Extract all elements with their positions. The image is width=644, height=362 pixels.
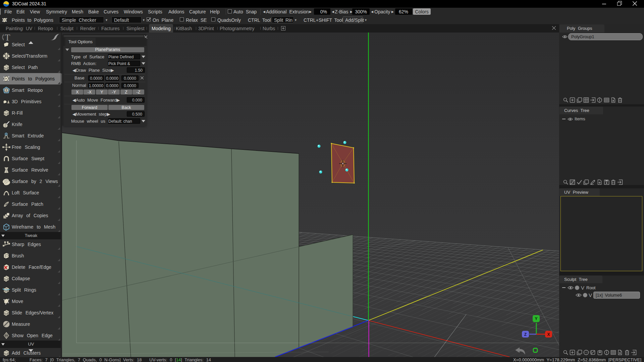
svg-text:Y: Y (535, 316, 537, 321)
svg-text:X: X (547, 332, 550, 337)
svg-text:Z: Z (524, 332, 527, 337)
